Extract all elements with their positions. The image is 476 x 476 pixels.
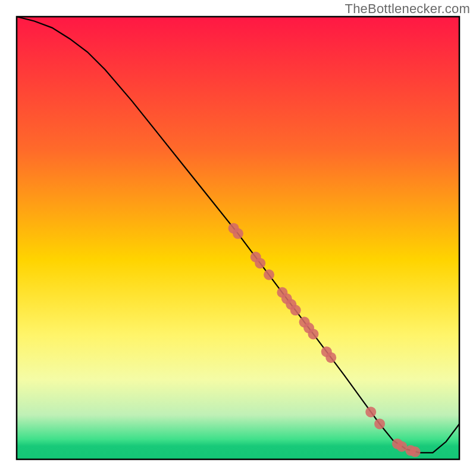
bottleneck-chart: [0, 0, 476, 476]
scatter-point: [255, 258, 265, 268]
chart-container: TheBottlenecker.com: [0, 0, 476, 476]
scatter-point: [264, 270, 274, 280]
watermark-text: TheBottlenecker.com: [345, 1, 470, 17]
scatter-point: [325, 352, 336, 363]
scatter-point: [410, 446, 421, 457]
scatter-point: [290, 305, 301, 315]
scatter-point: [365, 406, 376, 417]
scatter-point: [308, 328, 318, 339]
scatter-point: [233, 228, 243, 239]
scatter-point: [374, 418, 385, 429]
